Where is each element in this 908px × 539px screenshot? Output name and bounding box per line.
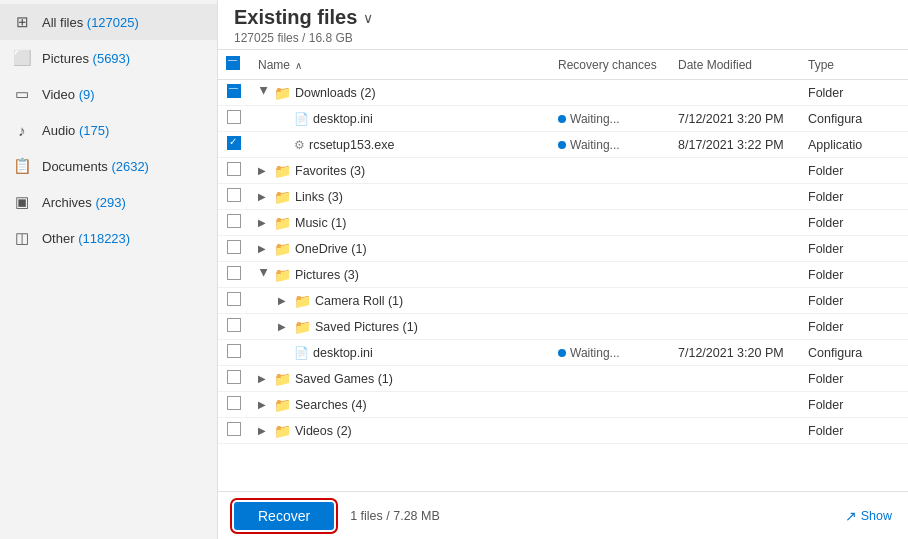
expand-arrow[interactable]: ▶ (258, 217, 270, 228)
row-check-cell (218, 106, 250, 132)
sidebar-item-documents[interactable]: 📋Documents (2632) (0, 148, 217, 184)
row-type-cell: Folder (800, 158, 908, 184)
row-checkbox[interactable] (227, 266, 241, 280)
page-title: Existing files (234, 6, 357, 29)
row-checkbox[interactable] (227, 370, 241, 384)
sidebar-item-archives[interactable]: ▣Archives (293) (0, 184, 217, 220)
row-date-cell (670, 418, 800, 444)
sidebar: ⊞All files (127025)⬜Pictures (5693)▭Vide… (0, 0, 218, 539)
row-checkbox[interactable] (227, 110, 241, 124)
file-table-wrapper: Name ∧ Recovery chances Date Modified Ty… (218, 50, 908, 491)
sidebar-label-audio: Audio (175) (42, 123, 205, 138)
row-checkbox[interactable] (227, 344, 241, 358)
sidebar-item-pictures[interactable]: ⬜Pictures (5693) (0, 40, 217, 76)
sidebar-item-other[interactable]: ◫Other (118223) (0, 220, 217, 256)
row-checkbox[interactable] (227, 318, 241, 332)
row-name-cell: ▶📁Favorites (3) (250, 158, 550, 184)
row-check-cell (218, 366, 250, 392)
expand-arrow[interactable]: ▶ (259, 269, 270, 281)
row-check-cell (218, 314, 250, 340)
row-type-cell: Configura (800, 106, 908, 132)
sidebar-label-video: Video (9) (42, 87, 205, 102)
expand-arrow[interactable]: ▶ (258, 425, 270, 436)
folder-icon: 📁 (274, 423, 291, 439)
row-recovery-cell (550, 314, 670, 340)
expand-arrow[interactable]: ▶ (258, 373, 270, 384)
row-recovery-cell: Waiting... (550, 106, 670, 132)
file-count-subtitle: 127025 files / 16.8 GB (234, 31, 892, 45)
row-filename: Pictures (3) (295, 268, 359, 282)
row-date-cell (670, 262, 800, 288)
waiting-text: Waiting... (570, 138, 620, 152)
content-area: Existing files ∨ 127025 files / 16.8 GB … (218, 0, 908, 539)
row-type-cell: Folder (800, 184, 908, 210)
row-filename: Searches (4) (295, 398, 367, 412)
footer: Recover 1 files / 7.28 MB ↗ Show (218, 491, 908, 539)
select-all-checkbox[interactable] (226, 56, 240, 70)
sort-indicator: ∧ (295, 60, 302, 71)
row-type-cell: Folder (800, 418, 908, 444)
row-recovery-cell (550, 80, 670, 106)
sidebar-icon-pictures: ⬜ (12, 48, 32, 68)
folder-icon: 📁 (294, 293, 311, 309)
footer-file-info: 1 files / 7.28 MB (350, 509, 440, 523)
row-checkbox[interactable] (227, 162, 241, 176)
row-checkbox[interactable] (227, 292, 241, 306)
row-checkbox[interactable] (227, 84, 241, 98)
row-check-cell (218, 132, 250, 158)
expand-arrow[interactable]: ▶ (258, 165, 270, 176)
sidebar-icon-video: ▭ (12, 84, 32, 104)
table-row: ▶📁Videos (2)Folder (218, 418, 908, 444)
row-name-cell: 📄desktop.ini (250, 106, 550, 132)
recover-button[interactable]: Recover (234, 502, 334, 530)
row-recovery-cell (550, 158, 670, 184)
row-check-cell (218, 418, 250, 444)
sidebar-item-video[interactable]: ▭Video (9) (0, 76, 217, 112)
expand-arrow[interactable]: ▶ (259, 87, 270, 99)
row-checkbox[interactable] (227, 214, 241, 228)
sidebar-label-all-files: All files (127025) (42, 15, 205, 30)
row-check-cell (218, 158, 250, 184)
row-type-cell: Folder (800, 314, 908, 340)
expand-arrow[interactable]: ▶ (258, 399, 270, 410)
row-type-cell: Configura (800, 340, 908, 366)
row-recovery-cell (550, 210, 670, 236)
header-name[interactable]: Name ∧ (250, 50, 550, 80)
title-dropdown-icon[interactable]: ∨ (363, 10, 373, 26)
header-recovery[interactable]: Recovery chances (550, 50, 670, 80)
row-checkbox[interactable] (227, 188, 241, 202)
header-date[interactable]: Date Modified (670, 50, 800, 80)
row-date-cell (670, 288, 800, 314)
row-filename: Links (3) (295, 190, 343, 204)
row-date-cell (670, 210, 800, 236)
expand-arrow[interactable]: ▶ (258, 191, 270, 202)
waiting-dot (558, 349, 566, 357)
row-type-cell: Folder (800, 366, 908, 392)
show-link[interactable]: ↗ Show (845, 508, 892, 524)
folder-icon: 📁 (274, 241, 291, 257)
file-table: Name ∧ Recovery chances Date Modified Ty… (218, 50, 908, 444)
row-checkbox[interactable] (227, 136, 241, 150)
row-filename: Music (1) (295, 216, 346, 230)
expand-arrow[interactable]: ▶ (278, 321, 290, 332)
table-row: ▶📁Saved Games (1)Folder (218, 366, 908, 392)
row-filename: Saved Pictures (1) (315, 320, 418, 334)
sidebar-item-audio[interactable]: ♪Audio (175) (0, 112, 217, 148)
expand-arrow[interactable]: ▶ (258, 243, 270, 254)
row-type-cell: Folder (800, 210, 908, 236)
row-check-cell (218, 184, 250, 210)
row-recovery-cell (550, 418, 670, 444)
waiting-badge: Waiting... (558, 138, 662, 152)
header-type[interactable]: Type (800, 50, 908, 80)
sidebar-item-all-files[interactable]: ⊞All files (127025) (0, 4, 217, 40)
folder-icon: 📁 (274, 163, 291, 179)
file-icon: ⚙ (294, 138, 305, 152)
row-date-cell (670, 314, 800, 340)
expand-arrow[interactable]: ▶ (278, 295, 290, 306)
waiting-dot (558, 115, 566, 123)
header-check-col[interactable] (218, 50, 250, 80)
waiting-badge: Waiting... (558, 346, 662, 360)
row-checkbox[interactable] (227, 240, 241, 254)
row-checkbox[interactable] (227, 396, 241, 410)
row-checkbox[interactable] (227, 422, 241, 436)
